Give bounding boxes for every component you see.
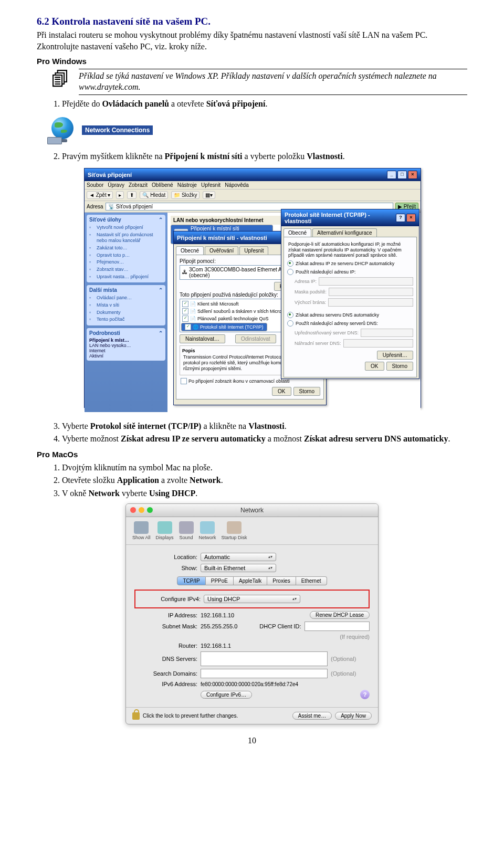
mac-steps-list: Dvojtým kliknutím na symbol Mac na ploše… xyxy=(37,462,467,499)
sidebar-item[interactable]: Místa v síti xyxy=(89,302,163,309)
menu-item[interactable]: Upřesnit xyxy=(201,182,220,188)
sidebar-item[interactable]: Dokumenty xyxy=(89,309,163,317)
menu-item[interactable]: Úpravy xyxy=(108,182,124,188)
chevron-up-icon[interactable]: ⌃ xyxy=(159,330,163,336)
sidebar-item[interactable]: Nastavit síť pro domácnost nebo malou ka… xyxy=(89,232,163,245)
dns-input[interactable] xyxy=(201,651,328,666)
subnet-label: Subnet Mask: xyxy=(134,623,197,629)
tab-advanced[interactable]: Upřesnit xyxy=(239,246,268,255)
tab-appletalk[interactable]: AppleTalk xyxy=(234,576,267,585)
chevron-up-icon[interactable]: ⌃ xyxy=(159,217,163,223)
checkbox-icon[interactable]: ✓ xyxy=(185,324,191,330)
configure-ipv6-button[interactable]: Configure IPv6… xyxy=(201,691,252,699)
dns2-input xyxy=(343,339,413,348)
search-button[interactable]: 🔍 Hledat xyxy=(140,191,168,199)
tab-pppoe[interactable]: PPPoE xyxy=(206,576,234,585)
sidebar-item[interactable]: Upravit nasta… připojení xyxy=(89,274,163,281)
menu-item[interactable]: Oblíbené xyxy=(152,182,173,188)
sound-icon xyxy=(179,521,194,534)
mac-close-icon[interactable] xyxy=(130,507,136,513)
ok-button[interactable]: OK xyxy=(272,387,291,396)
menu-item[interactable]: Nápověda xyxy=(225,182,249,188)
radio-dns-auto[interactable] xyxy=(287,312,293,318)
radio-static[interactable] xyxy=(287,269,293,275)
tab-general[interactable]: Obecné xyxy=(176,246,204,255)
ip-label: IP Address: xyxy=(134,612,197,618)
mac-step-1: Dvojtým kliknutím na symbol Mac na ploše… xyxy=(62,462,467,474)
tab-alt[interactable]: Alternativní konfigurace xyxy=(312,228,377,237)
install-button[interactable]: Nainstalovat… xyxy=(180,334,225,343)
checkbox-icon[interactable]: ✓ xyxy=(182,315,188,322)
panel-tasks: Síťové úlohy⌃ Vytvořit nové připojení Na… xyxy=(87,215,165,283)
forward-button[interactable]: ▸ xyxy=(116,191,124,199)
tab-tcpip[interactable]: TCP/IP xyxy=(177,576,205,585)
menu-item[interactable]: Soubor xyxy=(87,182,103,188)
toolbar-showall[interactable]: Show All xyxy=(132,521,151,540)
sidebar-item[interactable]: Tento počítač xyxy=(89,316,163,323)
views-button[interactable]: ▦▾ xyxy=(203,191,215,199)
advanced-button[interactable]: Upřesnit… xyxy=(377,351,413,360)
sidebar-item[interactable]: Zobrazit stav… xyxy=(89,266,163,274)
apply-button[interactable]: Apply Now xyxy=(335,712,372,720)
toolbar-startup[interactable]: Startup Disk xyxy=(222,521,247,540)
checkbox-icon[interactable] xyxy=(181,378,187,384)
explorer-titlebar[interactable]: Síťová připojení _ □ × xyxy=(85,169,421,181)
sidebar-item[interactable]: Přejmenov… xyxy=(89,259,163,266)
assist-button[interactable]: Assist me… xyxy=(292,712,332,720)
maximize-icon[interactable]: □ xyxy=(397,171,407,179)
dhcp-client-input[interactable] xyxy=(304,622,370,631)
panel-places: Další místa⌃ Ovládací pane… Místa v síti… xyxy=(87,285,165,325)
windows-steps-list-2: Pravým myšítkem klikněte na Připojení k … xyxy=(37,151,467,162)
help-icon[interactable]: ? xyxy=(396,214,405,222)
menu-item[interactable]: Nástroje xyxy=(177,182,197,188)
toolbar-displays[interactable]: Displays xyxy=(156,521,174,540)
renew-button[interactable]: Renew DHCP Lease xyxy=(310,611,370,619)
chevron-up-icon[interactable]: ⌃ xyxy=(159,287,163,293)
mac-zoom-icon[interactable] xyxy=(147,507,153,513)
menu-item[interactable]: Zobrazit xyxy=(129,182,148,188)
sidebar-item[interactable]: Opravit toto p… xyxy=(89,252,163,259)
radio-dhcp[interactable] xyxy=(287,260,293,267)
search-domains-input[interactable] xyxy=(201,669,328,678)
lock-icon[interactable] xyxy=(132,712,140,720)
configure-select[interactable]: Using DHCP▴▾ xyxy=(204,595,300,603)
checkbox-icon[interactable]: ✓ xyxy=(182,308,188,314)
show-select[interactable]: Built-in Ethernet▴▾ xyxy=(201,564,276,572)
updown-icon: ▴▾ xyxy=(268,555,272,559)
up-button[interactable]: ⬆ xyxy=(127,191,136,199)
mac-minimize-icon[interactable] xyxy=(139,507,144,513)
close-icon[interactable]: × xyxy=(408,171,417,179)
step-1: Přejděte do Ovládacích panelů a otevřete… xyxy=(62,98,467,110)
page-number: 10 xyxy=(37,736,467,745)
dhcp-client-label: DHCP Client ID: xyxy=(259,623,301,629)
sidebar-item[interactable]: Ovládací pane… xyxy=(89,294,163,302)
close-icon[interactable]: × xyxy=(406,214,416,222)
ok-button[interactable]: OK xyxy=(365,362,384,371)
sidebar-item[interactable]: Zakázat toto… xyxy=(89,245,163,252)
tab-general[interactable]: Obecné xyxy=(284,228,311,237)
folders-button[interactable]: 📁 Složky xyxy=(171,191,200,199)
disk-icon xyxy=(227,521,242,534)
radio-dns-static[interactable] xyxy=(287,320,293,327)
cancel-button[interactable]: Storno xyxy=(386,362,413,371)
tab-ethernet[interactable]: Ethernet xyxy=(296,576,327,585)
tab-auth[interactable]: Ověřování xyxy=(205,246,238,255)
help-icon[interactable]: ? xyxy=(360,690,370,699)
mac-step-2: Otevřete složku Application a zvolte Net… xyxy=(62,475,467,486)
checkbox-icon[interactable]: ✓ xyxy=(182,301,188,307)
sidebar-item[interactable]: Vytvořit nové připojení xyxy=(89,224,163,232)
location-select[interactable]: Automatic▴▾ xyxy=(201,553,276,561)
panel-details: Podrobnosti⌃ Připojení k míst… LAN nebo … xyxy=(87,328,165,361)
cancel-button[interactable]: Storno xyxy=(293,387,320,396)
network-connections-icon-row: Network Connections xyxy=(47,117,467,143)
window-buttons: _ □ × xyxy=(387,171,417,179)
mac-titlebar[interactable]: Network xyxy=(126,504,378,517)
router-label: Router: xyxy=(134,643,197,649)
updown-icon: ▴▾ xyxy=(268,566,272,570)
back-button[interactable]: ◄ Zpět ▾ xyxy=(87,191,113,199)
toolbar-sound[interactable]: Sound xyxy=(179,521,194,540)
intro-paragraph: Při instalaci routeru se mohou vyskytnou… xyxy=(37,29,467,52)
tab-proxies[interactable]: Proxies xyxy=(267,576,296,585)
minimize-icon[interactable]: _ xyxy=(387,171,396,179)
toolbar-network[interactable]: Network xyxy=(199,521,216,540)
